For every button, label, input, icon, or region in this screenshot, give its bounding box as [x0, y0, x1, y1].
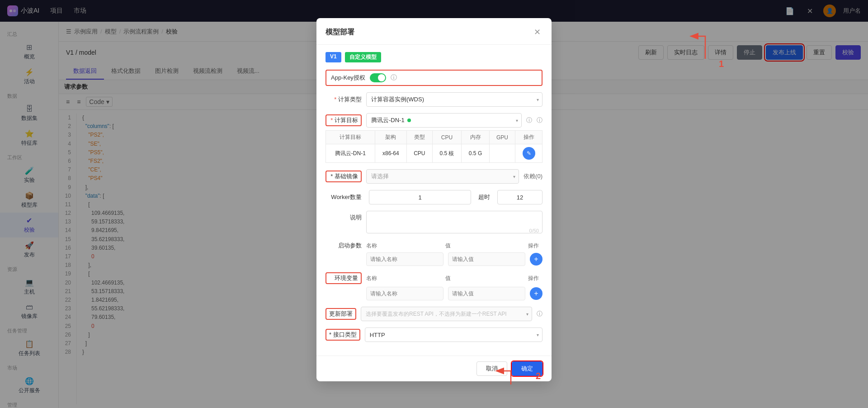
startup-name-input[interactable]: [366, 252, 443, 266]
table-cell-memory: 0.5 G: [462, 144, 489, 163]
env-vars-header: 环境变量 名称 值 操作: [326, 272, 542, 284]
version-tags: V1 自定义模型: [326, 52, 542, 62]
startup-col-name: 名称: [366, 242, 441, 250]
update-deploy-arrow-icon: ▾: [526, 312, 528, 317]
table-col-memory: 内存: [462, 131, 489, 144]
table-cell-action: ✎: [515, 144, 542, 163]
table-col-action: 操作: [515, 131, 542, 144]
startup-params-section: 启动参数 名称 值 操作 +: [326, 242, 542, 266]
base-image-arrow-icon: ▾: [513, 174, 515, 179]
env-add-button[interactable]: +: [530, 287, 542, 300]
env-name-input[interactable]: [366, 287, 443, 300]
appkey-info-icon[interactable]: ⓘ: [391, 74, 397, 82]
description-textarea[interactable]: [366, 211, 542, 233]
worker-input[interactable]: 1: [369, 190, 471, 204]
timeout-label: 超时: [478, 193, 490, 201]
compute-target-label: 计算目标: [326, 114, 362, 126]
appkey-row: App-Key授权 ⓘ: [326, 70, 542, 86]
version-tag-custom[interactable]: 自定义模型: [345, 52, 381, 62]
modal-footer: 取消 确定: [316, 356, 552, 381]
deps-label[interactable]: 依赖(0): [524, 172, 542, 180]
env-vars-row: +: [326, 287, 542, 300]
target-arrow-icon: ▾: [516, 118, 518, 123]
description-wrapper: 0/50: [366, 211, 542, 235]
table-cell-arch: x86-64: [375, 144, 406, 163]
update-deploy-label: 更新部署: [326, 308, 356, 320]
update-deploy-row: 更新部署 选择要覆盖发布的REST API，不选择为新建一个REST API ▾…: [326, 307, 542, 321]
startup-params-row: +: [326, 252, 542, 266]
table-col-cpu: CPU: [432, 131, 462, 144]
update-deploy-placeholder[interactable]: 选择要覆盖发布的REST API，不选择为新建一个REST API: [361, 307, 532, 321]
base-image-select[interactable]: 请选择 ▾: [366, 169, 519, 184]
base-image-row: * 基础镜像 请选择 ▾ 依赖(0): [326, 169, 542, 184]
startup-value-input[interactable]: [448, 252, 525, 266]
table-col-gpu: GPU: [489, 131, 515, 144]
interface-type-select[interactable]: HTTP ▾: [365, 327, 542, 342]
table-col-target: 计算目标: [326, 131, 375, 144]
modal-backdrop: 模型部署 ✕ V1 自定义模型 App-Key授权 ⓘ 计算类型 计算容器实例(…: [0, 0, 868, 408]
modal-title: 模型部署: [326, 28, 354, 37]
startup-col-value: 值: [445, 242, 520, 250]
env-col-action: 操作: [524, 275, 542, 282]
modal-close-button[interactable]: ✕: [532, 25, 542, 39]
timeout-input[interactable]: 12: [497, 190, 542, 204]
table-col-type: 类型: [407, 131, 433, 144]
confirm-button[interactable]: 确定: [512, 361, 542, 376]
table-cell-type: CPU: [407, 144, 433, 163]
appkey-label: App-Key授权: [331, 74, 365, 82]
target-info2-icon[interactable]: ⓘ: [537, 116, 542, 124]
update-deploy-info-icon[interactable]: ⓘ: [537, 310, 542, 318]
startup-params-header: 启动参数 名称 值 操作: [326, 242, 542, 250]
table-cell-target: 腾讯云-DN-1: [326, 144, 375, 163]
compute-type-label: 计算类型: [326, 95, 362, 104]
worker-row: Worker数量 1 超时 12: [326, 190, 542, 204]
table-col-arch: 架构: [375, 131, 406, 144]
base-image-value[interactable]: 请选择: [366, 169, 519, 184]
interface-type-label: * 接口类型: [326, 329, 360, 341]
compute-type-value[interactable]: 计算容器实例(WDS): [366, 92, 542, 107]
worker-label: Worker数量: [326, 193, 362, 201]
version-tag-v1[interactable]: V1: [326, 52, 341, 62]
status-dot: [407, 119, 411, 122]
env-col-name: 名称: [366, 275, 441, 282]
update-deploy-select[interactable]: 选择要覆盖发布的REST API，不选择为新建一个REST API ▾: [361, 307, 532, 321]
modal-deploy: 模型部署 ✕ V1 自定义模型 App-Key授权 ⓘ 计算类型 计算容器实例(…: [316, 18, 552, 381]
env-col-value: 值: [445, 275, 520, 282]
table-cell-gpu: [489, 144, 515, 163]
interface-type-value[interactable]: HTTP: [365, 327, 542, 342]
env-vars-label: 环境变量: [326, 272, 362, 284]
cancel-button[interactable]: 取消: [476, 361, 507, 376]
modal-body: V1 自定义模型 App-Key授权 ⓘ 计算类型 计算容器实例(WDS) ▾: [316, 45, 552, 356]
interface-type-row: * 接口类型 HTTP ▾: [326, 327, 542, 342]
compute-target-row: 计算目标 腾讯云-DN-1 ▾ ⓘ ⓘ: [326, 113, 542, 128]
compute-type-select[interactable]: 计算容器实例(WDS) ▾: [366, 92, 542, 107]
compute-target-select[interactable]: 腾讯云-DN-1 ▾: [366, 113, 522, 128]
compute-target-section: 计算目标 腾讯云-DN-1 ▾ ⓘ ⓘ 计算目标: [326, 113, 542, 163]
base-image-label: * 基础镜像: [326, 171, 362, 182]
compute-type-arrow-icon: ▾: [537, 97, 539, 102]
env-value-input[interactable]: [448, 287, 525, 300]
target-info-icon[interactable]: ⓘ: [526, 116, 532, 124]
description-count: 0/50: [529, 228, 539, 233]
edit-compute-button[interactable]: ✎: [523, 147, 535, 160]
startup-col-action: 操作: [524, 242, 542, 250]
modal-header: 模型部署 ✕: [316, 18, 552, 45]
compute-table: 计算目标 架构 类型 CPU 内存 GPU 操作 腾讯云-DN-1 x86-64: [326, 130, 542, 163]
compute-type-row: 计算类型 计算容器实例(WDS) ▾: [326, 92, 542, 107]
description-row: 说明 0/50: [326, 211, 542, 235]
startup-params-label: 启动参数: [326, 242, 362, 250]
appkey-toggle[interactable]: [370, 73, 386, 82]
table-cell-cpu: 0.5 核: [432, 144, 462, 163]
table-row: 腾讯云-DN-1 x86-64 CPU 0.5 核 0.5 G ✎: [326, 144, 542, 163]
interface-arrow-icon: ▾: [537, 332, 539, 337]
description-label: 说明: [326, 213, 362, 222]
startup-add-button[interactable]: +: [530, 253, 542, 266]
env-vars-section: 环境变量 名称 值 操作 +: [326, 272, 542, 300]
compute-target-value: 腾讯云-DN-1: [366, 113, 522, 128]
